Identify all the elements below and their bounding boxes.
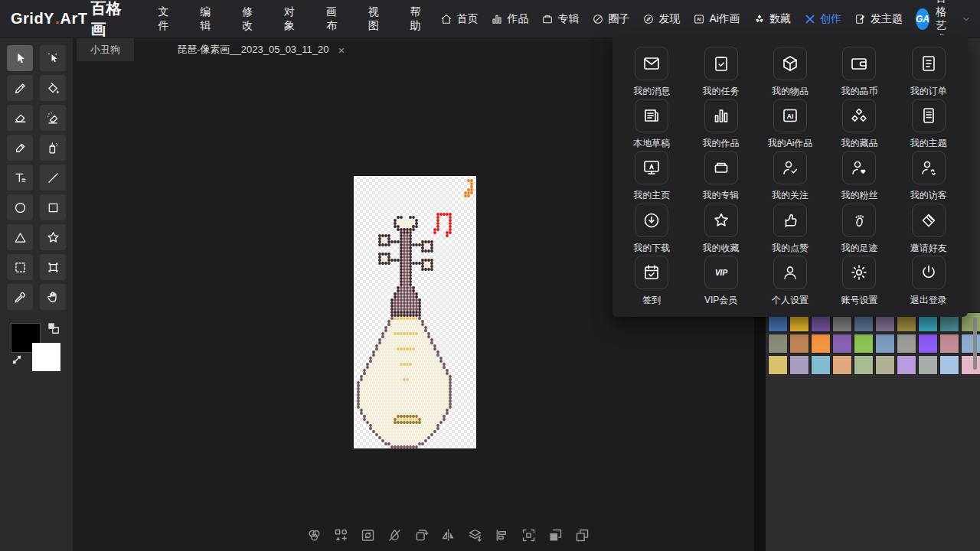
palette-swatch[interactable] — [789, 334, 809, 354]
align-icon[interactable] — [494, 527, 510, 543]
nav-item[interactable]: 数藏 — [753, 12, 791, 26]
dropdown-item[interactable]: VIP VIP会员 — [686, 256, 755, 308]
tool-ellipse[interactable] — [7, 194, 33, 220]
dropdown-item[interactable]: 个人设置 — [756, 256, 825, 308]
swap-colors-icon[interactable] — [10, 353, 24, 367]
palette-swatch[interactable] — [897, 334, 916, 354]
pixel-canvas[interactable] — [354, 176, 476, 448]
brand-logo[interactable]: GridY.ArT 百格画 — [11, 0, 130, 40]
dropdown-item[interactable]: 我的消息 — [617, 46, 686, 98]
avatar[interactable]: GA — [916, 8, 929, 30]
tool-text[interactable] — [7, 165, 33, 191]
tool-transform[interactable] — [40, 254, 66, 280]
rotate-icon[interactable] — [413, 527, 430, 543]
palette-swatch[interactable] — [875, 334, 895, 354]
dropdown-item[interactable]: 签到 — [617, 256, 686, 308]
nav-item[interactable]: 圈子 — [592, 12, 629, 26]
dropdown-item[interactable]: 我的物品 — [756, 46, 825, 98]
replace-image-icon[interactable] — [360, 527, 376, 543]
dropdown-item[interactable]: 我的关注 — [756, 151, 825, 203]
nav-item[interactable]: 发主题 — [854, 12, 903, 26]
nav-item[interactable]: 首页 — [440, 12, 478, 26]
dropdown-item[interactable]: AI 我的Ai作品 — [756, 98, 825, 150]
palette-swatch[interactable] — [854, 355, 874, 375]
menu-item[interactable]: 视图 — [357, 1, 399, 37]
dropdown-item[interactable]: 我的主页 — [617, 151, 686, 203]
flip-h-icon[interactable] — [440, 527, 456, 543]
menu-item[interactable]: 帮助 — [399, 1, 441, 37]
menu-item[interactable]: 修改 — [230, 1, 273, 37]
nav-item[interactable]: 作品 — [491, 12, 528, 26]
tool-select[interactable] — [7, 45, 33, 71]
tool-line[interactable] — [40, 165, 66, 191]
palette-swatch[interactable] — [875, 355, 895, 375]
tool-hand[interactable] — [40, 284, 66, 310]
menu-item[interactable]: 编辑 — [188, 1, 230, 37]
palette-swatch[interactable] — [811, 334, 831, 354]
tool-triangle[interactable] — [7, 224, 33, 250]
dropdown-item[interactable]: 我的专辑 — [686, 151, 755, 203]
tool-star[interactable] — [40, 224, 66, 250]
dropdown-item[interactable]: 我的任务 — [686, 46, 755, 98]
document-tab[interactable]: 琵琶-像素画__2023_05_03_11_20× — [163, 38, 351, 61]
dropdown-item[interactable]: 我的下载 — [617, 203, 686, 255]
tool-eyedropper[interactable] — [7, 284, 33, 310]
tool-brush[interactable] — [7, 135, 33, 161]
dropdown-item[interactable]: 我的订单 — [894, 46, 963, 98]
palette-swatch[interactable] — [811, 355, 831, 375]
palette-swatch[interactable] — [918, 355, 938, 375]
dropdown-item[interactable]: 我的收藏 — [686, 203, 755, 255]
nav-item[interactable]: AiAi作画 — [693, 12, 740, 26]
palette-swatch[interactable] — [897, 355, 916, 375]
tab-close-icon[interactable]: × — [338, 44, 345, 56]
nav-item[interactable]: 创作 — [804, 12, 841, 26]
menu-item[interactable]: 文件 — [147, 1, 189, 37]
dropdown-item[interactable]: 我的足迹 — [825, 203, 893, 255]
default-colors-icon[interactable] — [46, 321, 61, 336]
dropdown-item[interactable]: 我的访客 — [894, 151, 963, 203]
palette-swatch[interactable] — [961, 334, 980, 354]
palette-swatch[interactable] — [918, 334, 938, 354]
background-color-swatch[interactable] — [32, 343, 60, 371]
menu-item[interactable]: 画布 — [315, 1, 357, 37]
dropdown-item[interactable]: 我的藏品 — [825, 98, 893, 150]
merge-down-icon[interactable] — [547, 527, 564, 543]
dropdown-item[interactable]: 本地草稿 — [617, 98, 686, 150]
document-tab[interactable]: 小丑狗 — [77, 38, 134, 61]
palette-swatch[interactable] — [939, 355, 959, 375]
nav-item[interactable]: 发现 — [642, 12, 680, 26]
dropdown-item[interactable]: 账号设置 — [825, 256, 893, 308]
dropdown-item[interactable]: 我的主题 — [894, 98, 963, 150]
dropdown-item[interactable]: 我的晶币 — [825, 46, 893, 98]
tool-magic-eraser[interactable] — [40, 105, 66, 131]
palette-swatch[interactable] — [768, 355, 788, 375]
palette-swatch[interactable] — [939, 334, 959, 354]
merge-layers-icon[interactable] — [467, 527, 483, 543]
palette-swatch[interactable] — [961, 355, 980, 375]
dropdown-item[interactable]: 我的作品 — [686, 98, 755, 150]
tool-eraser[interactable] — [7, 105, 33, 131]
tool-marquee[interactable] — [7, 254, 33, 280]
dropdown-item[interactable]: 我的粉丝 — [825, 151, 893, 203]
tool-node-select[interactable] — [40, 45, 66, 71]
no-fill-icon[interactable] — [387, 527, 403, 543]
blend-icon[interactable] — [306, 527, 322, 543]
scrollbar-thumb[interactable] — [973, 318, 977, 370]
nav-item[interactable]: 专辑 — [541, 12, 579, 26]
menu-item[interactable]: 对象 — [273, 1, 315, 37]
palette-swatch[interactable] — [789, 355, 809, 375]
dropdown-item[interactable]: 我的点赞 — [756, 203, 825, 255]
tool-fill[interactable] — [40, 75, 66, 101]
palette-swatch[interactable] — [768, 334, 788, 354]
palette-swatch[interactable] — [832, 334, 852, 354]
dropdown-item[interactable]: 退出登录 — [894, 256, 963, 308]
tool-rect[interactable] — [40, 194, 66, 220]
palette-swatch[interactable] — [832, 355, 852, 375]
dropdown-item[interactable]: 邀请好友 — [894, 203, 963, 255]
exclude-icon[interactable] — [574, 527, 590, 543]
frame-icon[interactable] — [521, 527, 537, 543]
add-shape-icon[interactable] — [333, 527, 349, 543]
palette-swatch[interactable] — [854, 334, 874, 354]
tool-spray[interactable] — [40, 135, 66, 161]
tool-pencil[interactable] — [7, 75, 33, 101]
